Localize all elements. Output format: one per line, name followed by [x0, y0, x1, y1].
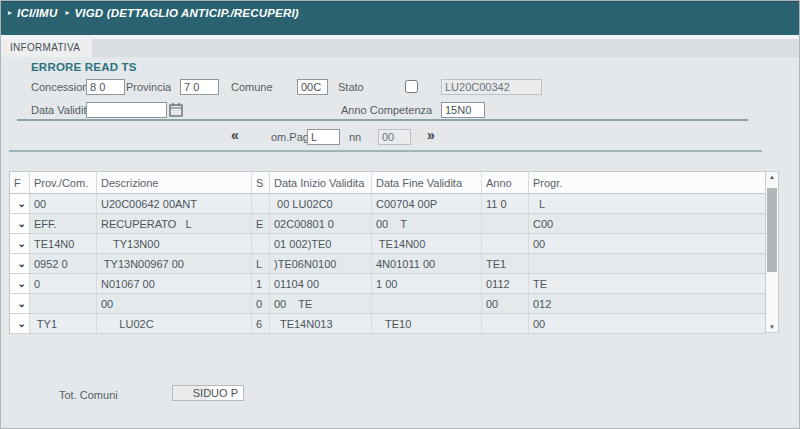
table-row: ⌄ EFF. RECUPERATO L E 02C00801 0 00 T C0…: [10, 214, 766, 234]
tab-informativa[interactable]: INFORMATIVA: [1, 39, 92, 57]
cell-s: 0: [252, 294, 270, 314]
cell-s: L: [252, 254, 270, 274]
tab-bar: INFORMATIVA: [1, 39, 800, 57]
scroll-up-icon[interactable]: ▲: [766, 174, 778, 180]
cell-data-fine: C00704 00P: [372, 194, 482, 214]
cell-data-inizio: 01 002)TE0: [270, 234, 372, 254]
cell-s: [252, 194, 270, 214]
cell-prov: 0: [30, 274, 97, 294]
tot-comuni-label: Tot. Comuni: [59, 389, 118, 401]
cell-anno: 00: [482, 294, 529, 314]
cell-progr: 00: [529, 314, 766, 334]
scroll-down-icon[interactable]: ▼: [766, 324, 778, 330]
cell-prov: [30, 294, 97, 314]
cell-data-fine: 1 00: [372, 274, 482, 294]
chevron-down-icon[interactable]: ⌄: [18, 218, 26, 229]
row-expand-cell: ⌄: [10, 314, 30, 334]
cell-progr: 00: [529, 234, 766, 254]
cell-progr: TE: [529, 274, 766, 294]
breadcrumb-label: ICI/IMU: [17, 6, 57, 20]
cell-anno: [482, 234, 529, 254]
breadcrumb-item-vigd[interactable]: ▸ VIGD (DETTAGLIO ANTICIP./RECUPERI): [65, 6, 298, 20]
col-header-anno: Anno: [482, 172, 529, 194]
results-table: F Prov./Com. Descrizione S Data Inizio V…: [9, 171, 766, 334]
cell-data-inizio: 01104 00: [270, 274, 372, 294]
row-expand-cell: ⌄: [10, 214, 30, 234]
error-message: ERRORE READ TS: [31, 61, 137, 73]
concessione-input[interactable]: [86, 79, 125, 95]
cell-data-inizio: 02C00801 0: [270, 214, 372, 234]
page-input[interactable]: [307, 129, 340, 145]
cell-data-fine: 00 T: [372, 214, 482, 234]
comune-label: Comune: [231, 81, 273, 93]
cell-progr: 012: [529, 294, 766, 314]
cell-prov: TY1: [30, 314, 97, 334]
cell-data-inizio: 00 LU02C0: [270, 194, 372, 214]
chevron-down-icon[interactable]: ⌄: [18, 238, 26, 249]
cell-descrizione: TY13N00: [97, 234, 252, 254]
col-header-data-inizio: Data Inizio Validita: [270, 172, 372, 194]
breadcrumb-arrow-icon: ▸: [8, 6, 12, 20]
cell-data-inizio: TE14N013: [270, 314, 372, 334]
breadcrumb-label: VIGD (DETTAGLIO ANTICIP./RECUPERI): [74, 6, 298, 20]
col-header-f: F: [10, 172, 30, 194]
nn-field: [378, 129, 411, 145]
table-row: ⌄ 00 0 00 TE 00 012: [10, 294, 766, 314]
table-row: ⌄ 0952 0 TY13N00967 00 L )TE06N0100 4N01…: [10, 254, 766, 274]
cell-data-inizio: )TE06N0100: [270, 254, 372, 274]
calendar-icon[interactable]: [169, 102, 183, 117]
comune-input[interactable]: [297, 79, 328, 95]
breadcrumb-arrow-icon: ▸: [65, 6, 69, 20]
col-header-progr: Progr.: [529, 172, 766, 194]
cell-anno: [482, 314, 529, 334]
tot-comuni-field: SIDUO P: [172, 385, 244, 401]
cell-prov: 00: [30, 194, 97, 214]
breadcrumb-item-ici-imu[interactable]: ▸ ICI/IMU: [8, 6, 57, 20]
chevron-down-icon[interactable]: ⌄: [18, 258, 26, 269]
col-header-data-fine: Data Fine Validita: [372, 172, 482, 194]
chevron-down-icon[interactable]: ⌄: [18, 318, 26, 329]
cell-prov: EFF.: [30, 214, 97, 234]
separator: [9, 150, 762, 152]
cell-progr: C00: [529, 214, 766, 234]
cell-anno: [482, 214, 529, 234]
table-row: ⌄ TY1 LU02C 6 TE14N013 TE10 00: [10, 314, 766, 334]
anno-competenza-input[interactable]: [441, 102, 485, 118]
titlebar: ▸ ICI/IMU ▸ VIGD (DETTAGLIO ANTICIP./REC…: [1, 1, 800, 35]
table-row: ⌄ TE14N0 TY13N00 01 002)TE0 TE14N00 00: [10, 234, 766, 254]
scrollbar-thumb[interactable]: [767, 188, 777, 272]
cell-data-fine: TE10: [372, 314, 482, 334]
row-expand-cell: ⌄: [10, 274, 30, 294]
cell-descrizione: RECUPERATO L: [97, 214, 252, 234]
page-prev-button[interactable]: «: [231, 127, 239, 143]
data-validita-label: Data Validita: [31, 104, 93, 116]
cell-descrizione: N01067 00: [97, 274, 252, 294]
app-window: ▸ ICI/IMU ▸ VIGD (DETTAGLIO ANTICIP./REC…: [0, 0, 800, 429]
row-expand-cell: ⌄: [10, 234, 30, 254]
table-row: ⌄ 00 U20C00642 00ANT 00 LU02C0 C00704 00…: [10, 194, 766, 214]
cell-data-fine: 4N01011 00: [372, 254, 482, 274]
stato-code-field: [441, 79, 542, 95]
cell-anno: TE1: [482, 254, 529, 274]
nn-label: nn: [349, 131, 361, 143]
chevron-down-icon[interactable]: ⌄: [18, 298, 26, 309]
provincia-label: Provincia: [126, 81, 171, 93]
page-next-button[interactable]: »: [427, 127, 435, 143]
provincia-input[interactable]: [180, 79, 219, 95]
cell-prov: TE14N0: [30, 234, 97, 254]
cell-progr: [529, 254, 766, 274]
chevron-down-icon[interactable]: ⌄: [18, 198, 26, 209]
cell-descrizione: TY13N00967 00: [97, 254, 252, 274]
cell-data-fine: TE14N00: [372, 234, 482, 254]
row-expand-cell: ⌄: [10, 254, 30, 274]
table-scrollbar[interactable]: ▲ ▼: [765, 171, 779, 333]
page-label: om.Pagi: [271, 131, 311, 143]
anno-competenza-label: Anno Competenza: [341, 104, 432, 116]
data-validita-input[interactable]: [86, 102, 167, 118]
chevron-down-icon[interactable]: ⌄: [18, 278, 26, 289]
cell-s: 6: [252, 314, 270, 334]
stato-checkbox[interactable]: [405, 80, 418, 93]
col-header-s: S: [252, 172, 270, 194]
cell-s: 1: [252, 274, 270, 294]
cell-data-fine: [372, 294, 482, 314]
